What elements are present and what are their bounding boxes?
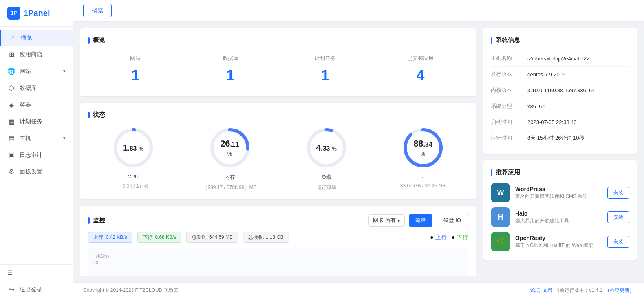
btn-traffic[interactable]: 流量 [409,214,432,227]
recommended-apps-card: 推荐应用 W WordPress 著名的开源博客软件和 CMS 系统 安装 [483,160,637,260]
sidebar-item-database[interactable]: ⬡ 数据库 [0,80,73,96]
nic-label: 网卡 [373,217,384,224]
sidebar-item-settings[interactable]: ⚙ 面板设置 [0,163,73,180]
sidebar-item-label: 数据库 [20,85,37,92]
hamburger-icon: ☰ [7,269,13,276]
page-header: 概览 [73,0,644,22]
globe-icon: 🌐 [7,67,15,75]
monitor-stats: 上行: 0.42 KB/s 下行: 0.68 KB/s 总发送: 644.59 … [88,232,468,243]
stat-cron-label: 计划任务 [282,55,368,62]
info-val-boot: 2023-07-05 22:33:43 [527,119,577,125]
legend-up: 上行 [435,234,447,240]
gauge-memory: 26.11 % 内存 （989.17 / 3788.98）MB [185,125,275,191]
logo: 1P 1Panel [0,0,73,27]
gauge-load: 4.33 % 负载 运行流畅 [281,125,371,191]
sidebar-item-label: 面板设置 [20,168,42,176]
app-desc-wordpress: 著名的开源博客软件和 CMS 系统 [515,193,602,200]
gauge-memory-center: 26.11 % [218,138,241,158]
info-val-hostname: iZm5eeaitethjp2e4cvtb72Z [527,56,590,62]
app-name-openresty: OpenResty [515,235,602,241]
stat-database-value: 1 [187,67,273,84]
chevron-down-icon: ▾ [63,69,66,74]
info-row-kernel: 内核版本 3.10.0-1160.88.1.el7.x86_64 [491,82,629,98]
info-row-boot: 启动时间 2023-07-05 22:33:43 [491,114,629,130]
gauge-cpu-sub: （0.04 / 2）核 [117,183,148,190]
stat-website-label: 网站 [92,55,179,62]
footer-link-docs[interactable]: 文档 [543,287,552,294]
status-card: 状态 1.83 % [80,103,476,199]
chevron-down-icon: ▾ [397,218,400,224]
sidebar-item-logout[interactable]: ↪ 退出登录 [0,281,73,298]
gauge-memory-sub: （989.17 / 3788.98）MB [203,184,256,191]
info-val-arch: x86_64 [527,103,545,109]
btn-disk-io[interactable]: 磁盘 IO [437,214,468,227]
gauge-load-center: 4.33 % [316,142,337,153]
main-content: 概览 概览 网站 1 数据库 1 计划任务 [73,0,644,298]
legend-down: 下行 [457,234,468,240]
sidebar-item-overview[interactable]: ⌂ 概览 [0,30,73,46]
info-table: 主机名称 iZm5eeaitethjp2e4cvtb72Z 发行版本 cento… [491,51,629,146]
monitor-title: 监控 [88,217,105,225]
footer-link-forum[interactable]: 论坛 [530,287,540,294]
sidebar-item-host[interactable]: ▤ 主机 ▾ [0,130,73,147]
gauge-cpu-label: CPU [128,173,139,180]
status-title: 状态 [88,111,468,119]
sidebar-item-label: 容器 [20,101,31,109]
info-key-arch: 系统类型 [491,102,527,110]
sidebar-item-label: 日志审计 [20,151,42,159]
app-desc-openresty: 基于 NGINX 和 LuaJIT 的 Web 框架 [515,242,602,249]
stat-database[interactable]: 数据库 1 [183,51,278,88]
sidebar-item-container[interactable]: ◈ 容器 [0,96,73,113]
stat-apps-label: 已安装应用 [377,55,464,62]
nic-select-wrapper[interactable]: 网卡 所有 ▾ [368,214,405,227]
sidebar-item-label: 概览 [21,34,32,42]
stat-website[interactable]: 网站 1 [88,51,183,88]
info-row-uptime: 运行时间 8天 15小时 26分钟 10秒 [491,130,629,146]
footer: Copyright © 2014-2023 FIT2CLOUD 飞致云 论坛 文… [73,282,644,298]
footer-right: 论坛 文档 当前运行版本：v1.4.1 （检查更新） [530,287,634,294]
logo-text: 1Panel [24,9,50,18]
settings-icon: ⚙ [7,168,15,176]
gauges-grid: 1.83 % CPU （0.04 / 2）核 [88,125,468,191]
gauge-disk-container: 88.34 % [401,125,446,170]
install-button-openresty[interactable]: 安装 [607,236,629,248]
info-val-kernel: 3.10.0-1160.88.1.el7.x86_64 [527,87,595,93]
footer-update-link[interactable]: （检查更新） [605,287,634,294]
stat-cron[interactable]: 计划任务 1 [278,51,373,88]
gauge-cpu-center: 1.83 % [123,142,143,153]
install-button-wordpress[interactable]: 安装 [607,187,629,199]
sidebar-item-cron[interactable]: ▦ 计划任务 [0,113,73,130]
gauge-disk-center: 88.34 % [412,138,434,158]
gauge-cpu-value: 1.83 % [123,142,143,153]
app-name-wordpress: WordPress [515,186,602,192]
chart-area: （KB/s） 40 [88,248,468,276]
info-key-uptime: 运行时间 [491,134,527,142]
stat-apps[interactable]: 已安装应用 4 [373,51,468,88]
sidebar-item-appstore[interactable]: ⊞ 应用商店 [0,46,73,63]
host-icon: ▤ [7,134,15,142]
stats-grid: 网站 1 数据库 1 计划任务 1 已安装应用 4 [88,51,468,88]
gauge-disk-value: 88.34 % [412,138,434,158]
app-list: W WordPress 著名的开源博客软件和 CMS 系统 安装 H [491,183,629,251]
footer-copyright: Copyright © 2014-2023 FIT2CLOUD 飞致云 [83,287,179,294]
info-key-distro: 发行版本 [491,71,527,78]
sidebar-footer: ☰ [0,264,73,281]
app-desc-halo: 强大易用的开源建站工具 [515,218,602,225]
sidebar-item-website[interactable]: 🌐 网站 ▾ [0,63,73,80]
sidebar-item-log[interactable]: ▣ 日志审计 [0,147,73,163]
logout-icon: ↪ [7,286,15,294]
install-button-halo[interactable]: 安装 [607,211,629,223]
stat-sent: 总发送: 644.59 MB [186,232,238,243]
overview-card: 概览 网站 1 数据库 1 计划任务 1 已安装应用 [80,28,476,96]
sidebar-item-label: 主机 [20,135,31,142]
overview-title: 概览 [88,36,468,44]
info-row-distro: 发行版本 centos-7.9.2009 [491,67,629,82]
app-info-halo: Halo 强大易用的开源建站工具 [515,210,602,225]
gauge-memory-label: 内存 [225,173,235,181]
stat-apps-value: 4 [377,67,464,84]
monitor-controls: 网卡 所有 ▾ 流量 磁盘 IO [368,214,468,227]
app-item-wordpress: W WordPress 著名的开源博客软件和 CMS 系统 安装 [491,183,629,202]
database-icon: ⬡ [7,84,15,92]
gauge-load-sub: 运行流畅 [317,184,336,191]
cron-icon: ▦ [7,118,15,125]
